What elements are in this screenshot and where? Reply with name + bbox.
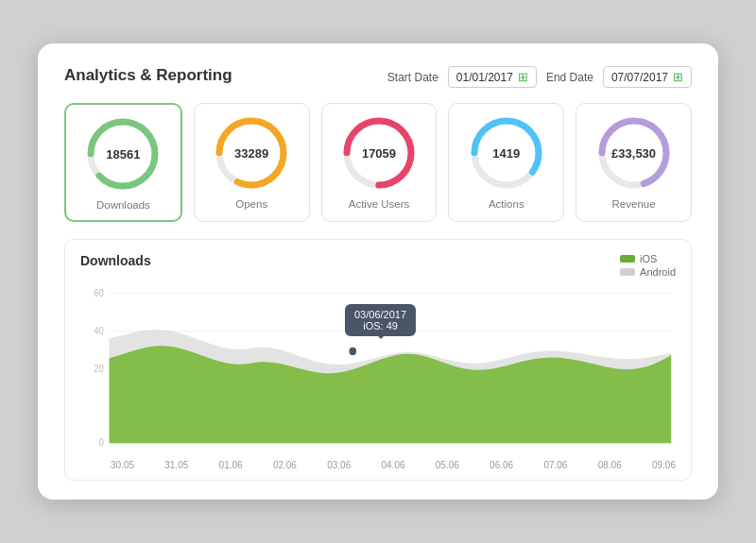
page-title: Analytics & Reporting: [64, 66, 232, 85]
legend-dot-android: [620, 268, 635, 276]
legend-label-ios: iOS: [640, 253, 657, 264]
metric-value-revenue: £33,530: [611, 146, 656, 161]
chart-svg: 60 40 20 0: [80, 283, 676, 458]
svg-text:40: 40: [94, 325, 104, 336]
metric-label-downloads: Downloads: [96, 199, 150, 211]
legend: iOS Android: [620, 253, 676, 278]
metric-card-opens[interactable]: 33289 Opens: [194, 103, 310, 222]
end-date-input[interactable]: 07/07/2017 ⊞: [603, 66, 692, 88]
donut-active-users: 17059: [341, 115, 417, 191]
metric-card-revenue[interactable]: £33,530 Revenue: [576, 103, 692, 222]
end-date-icon: ⊞: [673, 70, 683, 84]
svg-point-19: [349, 348, 356, 355]
metrics-row: 18561 Downloads 33289 Opens 17059 Active…: [64, 103, 692, 222]
svg-text:60: 60: [94, 287, 104, 298]
x-label: 01.06: [219, 460, 243, 470]
main-card: Analytics & Reporting Start Date 01/01/2…: [38, 43, 718, 500]
legend-dot-ios: [620, 255, 635, 263]
chart-area: 60 40 20 0 03/06/2017 iOS: 49: [80, 283, 676, 458]
end-date-label: End Date: [546, 71, 593, 84]
start-date-label: Start Date: [387, 71, 438, 84]
x-label: 07.06: [543, 460, 567, 470]
x-label: 02.06: [273, 460, 297, 470]
end-date-value: 07/07/2017: [611, 71, 668, 84]
metric-label-revenue: Revenue: [612, 198, 656, 210]
x-label: 31.05: [164, 460, 188, 470]
metric-label-active-users: Active Users: [349, 198, 410, 210]
donut-revenue: £33,530: [596, 115, 672, 191]
x-label: 09.06: [652, 460, 676, 470]
x-label: 05.06: [436, 460, 459, 470]
metric-label-opens: Opens: [235, 198, 267, 210]
metric-card-downloads[interactable]: 18561 Downloads: [64, 103, 182, 222]
x-label: 04.06: [381, 460, 404, 470]
donut-opens: 33289: [214, 115, 289, 191]
x-label: 06.06: [490, 460, 513, 470]
chart-section: Downloads iOS Android 60 40 20 0: [64, 239, 692, 481]
metric-label-actions: Actions: [489, 198, 524, 210]
svg-text:20: 20: [94, 364, 104, 375]
legend-label-android: Android: [640, 266, 676, 278]
metric-value-downloads: 18561: [106, 147, 140, 161]
x-axis-labels: 30.0531.0501.0602.0603.0604.0605.0606.06…: [80, 460, 676, 470]
start-date-icon: ⊞: [518, 70, 528, 84]
metric-card-active-users[interactable]: 17059 Active Users: [321, 103, 438, 222]
start-date-input[interactable]: 01/01/2017 ⊞: [448, 66, 537, 88]
chart-title: Downloads: [80, 253, 151, 268]
metric-value-actions: 1419: [492, 146, 520, 161]
legend-item-ios: iOS: [620, 253, 657, 264]
chart-header: Downloads iOS Android: [80, 253, 676, 278]
x-label: 30.05: [111, 460, 134, 470]
metric-value-active-users: 17059: [362, 146, 396, 161]
date-range-row: Start Date 01/01/2017 ⊞ End Date 07/07/2…: [387, 66, 692, 88]
donut-downloads: 18561: [85, 116, 161, 192]
legend-item-android: Android: [620, 266, 676, 278]
metric-value-opens: 33289: [234, 146, 268, 161]
x-label: 03.06: [327, 460, 351, 470]
x-label: 08.06: [598, 460, 622, 470]
metric-card-actions[interactable]: 1419 Actions: [448, 103, 564, 222]
donut-actions: 1419: [469, 115, 544, 191]
svg-text:0: 0: [99, 437, 105, 449]
start-date-value: 01/01/2017: [456, 71, 513, 84]
